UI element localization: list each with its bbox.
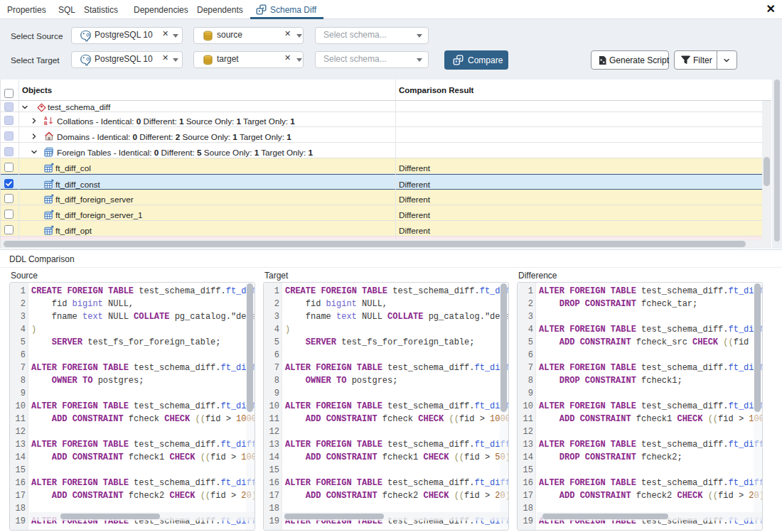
svg-text:B: B [44, 121, 48, 126]
svg-text:A: A [44, 116, 48, 121]
